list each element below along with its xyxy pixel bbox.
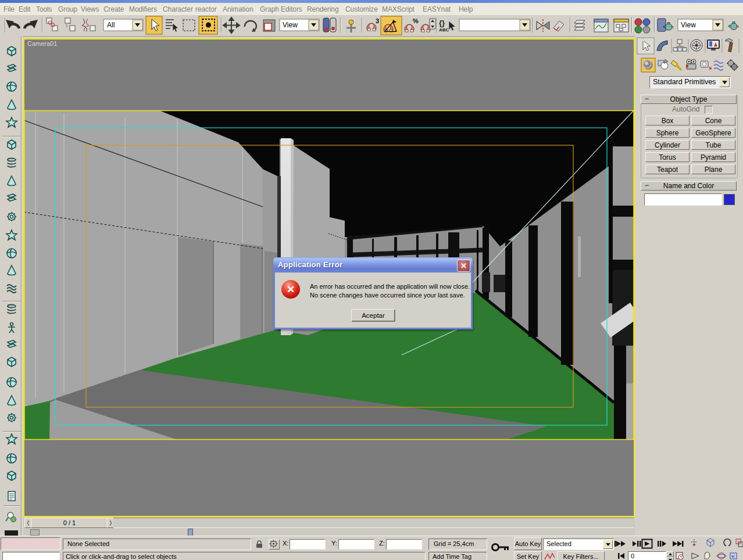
svg-text:%: % [413,17,419,24]
svg-text:Camera01: Camera01 [27,40,57,47]
svg-text:View: View [681,21,696,29]
svg-text:All: All [107,21,115,29]
svg-text:{}: {} [439,19,445,27]
svg-text:3: 3 [376,17,379,24]
svg-text:ABC: ABC [439,27,449,33]
svg-text:View: View [283,21,298,29]
